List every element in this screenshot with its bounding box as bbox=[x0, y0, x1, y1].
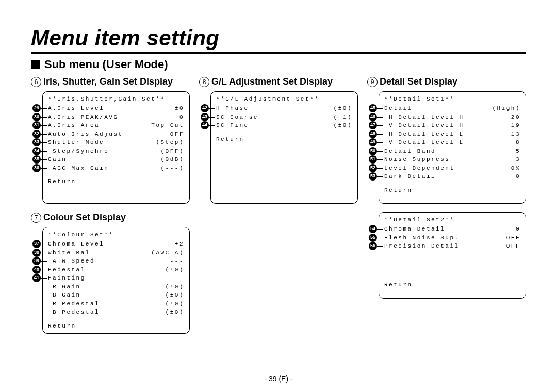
row-value: 8 bbox=[484, 138, 520, 147]
row-marker: 43 bbox=[201, 113, 209, 121]
row-label: Step/Synchro bbox=[48, 147, 148, 156]
row-value: 0% bbox=[484, 164, 520, 173]
menu-row: 50Detail Band5 bbox=[384, 147, 520, 156]
square-icon bbox=[31, 60, 40, 69]
row-value: 0 bbox=[484, 225, 520, 234]
row-value: (High) bbox=[484, 104, 520, 113]
row-label: AGC Max Gain bbox=[48, 164, 148, 173]
row-label: Painting bbox=[48, 274, 148, 283]
row-value: ±0 bbox=[148, 104, 184, 113]
menu-row: 44SC Fine(±0) bbox=[216, 121, 352, 130]
row-label: Shutter Mode bbox=[48, 138, 148, 147]
panel-gl: **G/L Adjustment Set** 42H Phase(±0)43SC… bbox=[210, 91, 358, 204]
menu-row: 33Shutter Mode(Step) bbox=[48, 138, 184, 147]
row-label: Chroma Detail bbox=[384, 225, 484, 234]
column-1: 6 Iris, Shutter, Gain Set Display **Iris… bbox=[31, 74, 190, 342]
menu-row: 39 ATW Speed--- bbox=[48, 257, 184, 266]
row-label: V Detail Level L bbox=[384, 138, 484, 147]
menu-row: 46 H Detail Level H20 bbox=[384, 113, 520, 122]
row-marker: 39 bbox=[32, 257, 41, 265]
row-label: H Phase bbox=[216, 104, 316, 113]
row-marker: 30 bbox=[32, 113, 41, 121]
row-value: (±0) bbox=[148, 266, 184, 274]
row-marker: 44 bbox=[201, 121, 209, 129]
row-label: Chroma Level bbox=[48, 240, 148, 249]
menu-row: 49 V Detail Level L8 bbox=[384, 138, 520, 147]
row-value: +2 bbox=[148, 240, 184, 249]
row-marker: 35 bbox=[32, 155, 41, 164]
menu-row: 52Level Dependent0% bbox=[384, 164, 520, 173]
row-marker: 55 bbox=[369, 234, 377, 242]
row-value: OFF bbox=[148, 130, 184, 139]
row-value: ( 1) bbox=[316, 113, 352, 122]
section-heading-text: Sub menu (User Mode) bbox=[44, 58, 168, 71]
row-marker: 29 bbox=[32, 104, 41, 112]
circled-number-7: 7 bbox=[31, 213, 41, 223]
row-label: B Gain bbox=[48, 291, 148, 300]
row-value: OFF bbox=[484, 242, 520, 251]
row-value: 5 bbox=[484, 147, 520, 156]
row-label: Noise Suppress bbox=[384, 155, 484, 164]
document-page: Menu item setting Sub menu (User Mode) 6… bbox=[0, 0, 557, 392]
row-marker: 36 bbox=[32, 164, 41, 172]
panels-grid: 6 Iris, Shutter, Gain Set Display **Iris… bbox=[31, 74, 526, 342]
menu-row: 45Detail(High) bbox=[384, 104, 520, 113]
menu-row: 32Auto Iris AdjustOFF bbox=[48, 130, 184, 139]
row-marker: 38 bbox=[32, 249, 41, 257]
menu-row: 48 H Detail Level L13 bbox=[384, 130, 520, 139]
row-marker: 49 bbox=[369, 138, 377, 146]
menu-row: R Pedestal(±0) bbox=[48, 300, 184, 308]
panel-title-gl: 8 G/L Adjustment Set Display bbox=[199, 76, 358, 87]
row-label: B Pedestal bbox=[48, 308, 148, 317]
row-value: (0dB) bbox=[148, 155, 184, 164]
menu-row: 55Flesh Noise Sup.OFF bbox=[384, 234, 520, 242]
row-value: 3 bbox=[484, 155, 520, 164]
column-2: 8 G/L Adjustment Set Display **G/L Adjus… bbox=[199, 74, 358, 342]
menu-row: 54Chroma Detail0 bbox=[384, 225, 520, 234]
panel-title-colour: 7 Colour Set Display bbox=[31, 212, 190, 223]
row-value: (AWC A) bbox=[148, 249, 184, 257]
section-heading: Sub menu (User Mode) bbox=[31, 58, 526, 71]
panel-title-text: Iris, Shutter, Gain Set Display bbox=[43, 76, 173, 87]
menu-row: R Gain(±0) bbox=[48, 283, 184, 291]
panel-title-text: Detail Set Display bbox=[380, 76, 457, 87]
panel-header: **G/L Adjustment Set** bbox=[216, 96, 352, 102]
row-value: (±0) bbox=[316, 121, 352, 130]
page-title: Menu item setting bbox=[31, 26, 526, 54]
panel-header: **Detail Set1** bbox=[384, 96, 520, 102]
row-value: 19 bbox=[484, 121, 520, 130]
return-label: Return bbox=[48, 178, 184, 185]
row-label: SC Coarse bbox=[216, 113, 316, 122]
panel-detail2: **Detail Set2** 54Chroma Detail055Flesh … bbox=[379, 212, 526, 299]
row-marker: 56 bbox=[369, 242, 377, 250]
row-label: Flesh Noise Sup. bbox=[384, 234, 484, 242]
return-label: Return bbox=[384, 187, 520, 193]
row-value: OFF bbox=[484, 234, 520, 242]
row-label: SC Fine bbox=[216, 121, 316, 130]
row-label: R Pedestal bbox=[48, 300, 148, 308]
row-value: Top Cut bbox=[148, 121, 184, 130]
panel-detail1: **Detail Set1** 45Detail(High)46 H Detai… bbox=[379, 91, 526, 204]
row-label: Level Dependent bbox=[384, 164, 484, 173]
return-label: Return bbox=[48, 323, 184, 329]
row-value: (OFF) bbox=[148, 147, 184, 156]
menu-row: 41Painting bbox=[48, 274, 184, 283]
menu-row: 31A.Iris AreaTop Cut bbox=[48, 121, 184, 130]
menu-row: B Gain(±0) bbox=[48, 291, 184, 300]
return-label: Return bbox=[216, 136, 352, 142]
row-marker: 50 bbox=[369, 147, 377, 155]
row-marker: 48 bbox=[369, 130, 377, 138]
menu-row: 36 AGC Max Gain(---) bbox=[48, 164, 184, 173]
menu-row: 56Precision DetailOFF bbox=[384, 242, 520, 251]
row-marker: 37 bbox=[32, 240, 41, 248]
menu-row: 42H Phase(±0) bbox=[216, 104, 352, 113]
row-marker: 45 bbox=[369, 104, 377, 112]
row-value: (±0) bbox=[148, 283, 184, 291]
row-value: (±0) bbox=[148, 308, 184, 317]
row-value: (---) bbox=[148, 164, 184, 173]
row-marker: 46 bbox=[369, 113, 377, 121]
row-label: Detail Band bbox=[384, 147, 484, 156]
row-value: 0 bbox=[148, 113, 184, 122]
menu-row: 34 Step/Synchro(OFF) bbox=[48, 147, 184, 156]
row-value: 13 bbox=[484, 130, 520, 139]
